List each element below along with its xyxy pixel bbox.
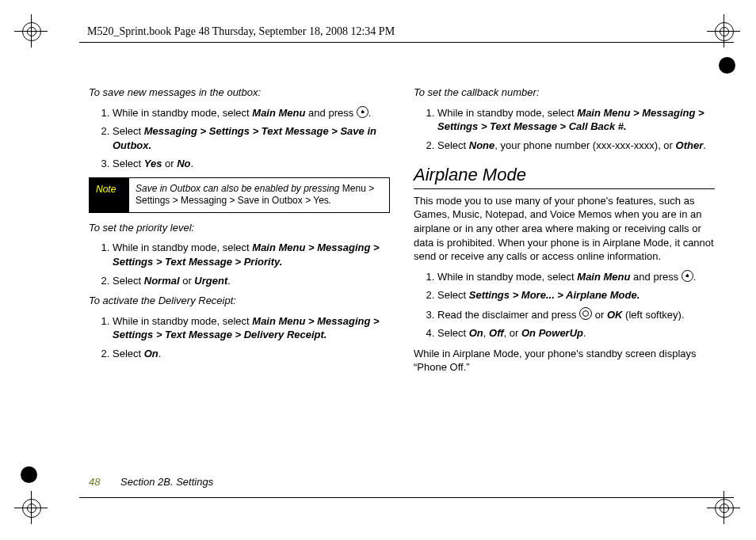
section-label: Section 2B. Settings <box>120 476 213 488</box>
step-text: Select <box>437 139 469 151</box>
step-item: Select On, Off, or On PowerUp. <box>437 326 715 340</box>
menu-path: Messaging > Settings > Text Message > Sa… <box>113 125 376 151</box>
section-heading: Airplane Mode <box>414 163 715 189</box>
note-text: Save in Outbox can also be enabled by pr… <box>136 183 342 194</box>
step-text: and press <box>305 107 356 119</box>
step-list: While in standby mode, select Main Menu … <box>89 314 390 361</box>
step-text: or <box>592 309 607 321</box>
step-item: While in standby mode, select Main Menu … <box>437 106 715 134</box>
step-text: , or <box>504 327 521 339</box>
header-rule <box>79 42 734 43</box>
step-text: . <box>368 107 372 119</box>
step-text: Select <box>437 327 469 339</box>
step-text: While in standby mode, select <box>113 315 252 327</box>
procedure-heading: To set the callback number: <box>414 86 715 100</box>
step-item: Select Messaging > Settings > Text Messa… <box>113 124 390 152</box>
crop-mark-icon <box>14 489 49 527</box>
procedure-heading: To set the priority level: <box>89 221 390 235</box>
option: None <box>469 139 495 151</box>
note-text: . <box>329 195 331 206</box>
body-paragraph: This mode you to use many of your phone'… <box>414 194 715 264</box>
option: No <box>177 158 190 169</box>
step-list: While in standby mode, select Main Menu … <box>414 106 715 153</box>
option: Off <box>489 327 504 339</box>
menu-path: Main Menu <box>577 271 630 283</box>
body-paragraph: While in Airplane Mode, your phone's sta… <box>414 347 715 375</box>
step-text: While in standby mode, select <box>437 271 577 283</box>
step-item: Select Yes or No. <box>113 157 390 171</box>
step-text: . <box>158 348 162 359</box>
step-text: Read the disclaimer and press <box>437 309 579 321</box>
step-item: While in standby mode, select Main Menu … <box>113 314 390 342</box>
menu-path: Settings > More... > Airplane Mode. <box>469 289 640 301</box>
option: On PowerUp <box>521 327 583 339</box>
registration-dot-icon <box>719 57 735 74</box>
left-column: To save new messages in the outbox: Whil… <box>89 79 390 477</box>
option: Yes <box>144 158 162 169</box>
option: On <box>144 348 158 359</box>
document-page: M520_Sprint.book Page 48 Thursday, Septe… <box>0 0 756 540</box>
step-text: While in standby mode, select <box>437 107 577 119</box>
crop-mark-icon <box>707 489 742 527</box>
procedure-heading: To save new messages in the outbox: <box>89 86 390 100</box>
step-item: Select Settings > More... > Airplane Mod… <box>437 288 715 302</box>
step-item: While in standby mode, select Main Menu … <box>437 270 715 284</box>
note-box: Note Save in Outbox can also be enabled … <box>89 177 390 213</box>
crop-mark-icon <box>14 13 49 51</box>
option: OK <box>607 309 623 321</box>
step-item: Select Normal or Urgent. <box>113 274 390 288</box>
option: On <box>469 327 483 339</box>
step-text: . <box>583 327 586 339</box>
step-text: (left softkey). <box>623 309 685 321</box>
ok-key-icon <box>357 106 368 118</box>
registration-dot-icon <box>21 466 37 483</box>
step-list: While in standby mode, select Main Menu … <box>89 241 390 287</box>
step-text: . <box>693 271 697 283</box>
step-text: Select <box>113 348 144 359</box>
step-text: Select <box>113 125 144 137</box>
step-text: Select <box>113 275 144 287</box>
step-text: While in standby mode, select <box>113 107 252 119</box>
ok-key-icon <box>579 307 592 320</box>
step-text: Select <box>437 289 469 301</box>
option: Normal <box>144 275 180 287</box>
step-text: . <box>703 139 706 151</box>
footer-rule <box>79 497 734 498</box>
menu-path: Main Menu <box>252 107 305 119</box>
step-item: Select On. <box>113 347 390 361</box>
step-text: While in standby mode, select <box>113 241 252 253</box>
step-list: While in standby mode, select Main Menu … <box>89 106 390 171</box>
step-text: . <box>191 158 194 169</box>
step-item: Select None, your phone number (xxx-xxx-… <box>437 139 715 153</box>
step-text: and press <box>630 271 681 283</box>
page-footer: 48 Section 2B. Settings <box>89 476 213 488</box>
note-body: Save in Outbox can also be enabled by pr… <box>129 178 389 212</box>
option: Other <box>676 139 704 151</box>
step-text: , your phone number (xxx-xxx-xxxx), or <box>494 139 675 151</box>
step-item: Read the disclaimer and press or OK (lef… <box>437 307 715 322</box>
right-column: To set the callback number: While in sta… <box>414 79 715 477</box>
procedure-heading: To activate the Delivery Receipt: <box>89 294 390 308</box>
step-text: or <box>162 158 177 169</box>
step-text: , <box>483 327 489 339</box>
running-header: M520_Sprint.book Page 48 Thursday, Septe… <box>87 25 395 38</box>
option: Urgent <box>194 275 227 287</box>
content-columns: To save new messages in the outbox: Whil… <box>89 79 715 477</box>
step-text: . <box>227 275 231 287</box>
step-text: Select <box>113 158 144 169</box>
step-item: While in standby mode, select Main Menu … <box>113 241 390 268</box>
step-item: While in standby mode, select Main Menu … <box>113 106 390 120</box>
step-list: While in standby mode, select Main Menu … <box>414 270 715 340</box>
step-text: or <box>180 275 195 287</box>
page-number: 48 <box>89 476 100 488</box>
crop-mark-icon <box>707 13 742 51</box>
note-label: Note <box>90 178 129 212</box>
ok-key-icon <box>682 270 693 282</box>
